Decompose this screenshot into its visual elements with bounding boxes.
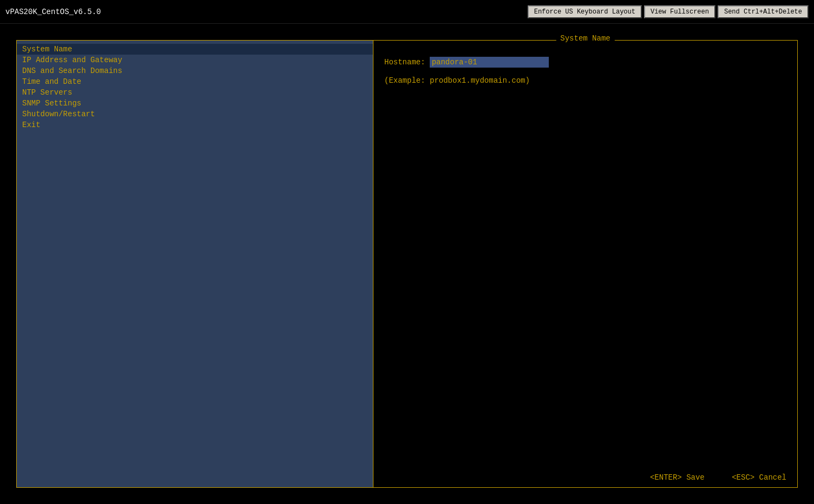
right-panel-title: System Name: [556, 34, 614, 43]
hostname-label: Hostname:: [384, 58, 425, 67]
right-panel: System Name Hostname: (Example: prodbox1…: [373, 40, 798, 488]
topbar: vPAS20K_CentOS_v6.5.0 Enforce US Keyboar…: [0, 0, 814, 24]
right-panel-content: Hostname: (Example: prodbox1.mydomain.co…: [373, 41, 797, 468]
enforce-keyboard-btn[interactable]: Enforce US Keyboard Layout: [528, 5, 642, 18]
hostname-row: Hostname:: [384, 57, 786, 68]
right-panel-footer: <ENTER> Save <ESC> Cancel: [373, 468, 797, 487]
send-ctrl-alt-delete-btn[interactable]: Send Ctrl+Alt+Delete: [718, 5, 809, 18]
view-fullscreen-btn[interactable]: View Fullscreen: [644, 5, 715, 18]
menu-exit[interactable]: Exit: [17, 120, 373, 130]
hostname-input[interactable]: [430, 57, 549, 68]
menu-ntp-servers[interactable]: NTP Servers: [17, 87, 373, 98]
esc-cancel-label: <ESC> Cancel: [732, 473, 786, 482]
menu-system-name[interactable]: System Name: [17, 44, 373, 55]
menu-ip-address[interactable]: IP Address and Gateway: [17, 55, 373, 65]
left-panel: System NameIP Address and GatewayDNS and…: [16, 40, 373, 488]
menu-shutdown-restart[interactable]: Shutdown/Restart: [17, 109, 373, 120]
menu-snmp-settings[interactable]: SNMP Settings: [17, 98, 373, 109]
app-title: vPAS20K_CentOS_v6.5.0: [5, 8, 101, 16]
menu-dns[interactable]: DNS and Search Domains: [17, 65, 373, 76]
topbar-buttons: Enforce US Keyboard Layout View Fullscre…: [528, 5, 809, 18]
menu-time-date[interactable]: Time and Date: [17, 76, 373, 87]
main-area: System NameIP Address and GatewayDNS and…: [0, 24, 814, 504]
example-text: (Example: prodbox1.mydomain.com): [384, 76, 786, 85]
enter-save-label: <ENTER> Save: [650, 473, 705, 482]
